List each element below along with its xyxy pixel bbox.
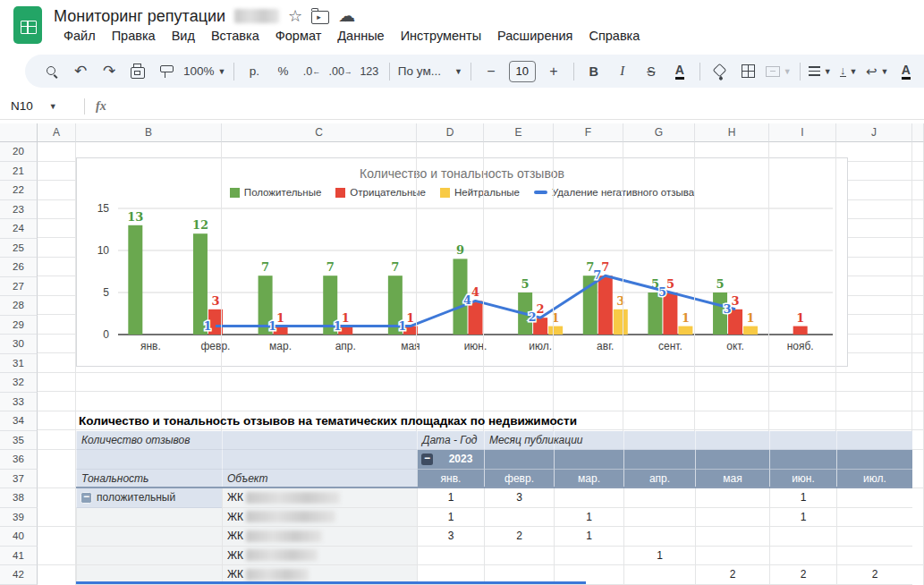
pivot-value-cell[interactable] xyxy=(554,547,623,566)
pivot-value-cell[interactable]: 2 xyxy=(695,565,769,585)
pivot-value-cell[interactable]: 1 xyxy=(769,488,836,508)
row-header-25[interactable]: 25 xyxy=(0,239,38,259)
row-header-29[interactable]: 29 xyxy=(0,316,38,335)
pivot-value-cell[interactable] xyxy=(695,488,769,508)
pivot-year-row-cell[interactable] xyxy=(554,450,623,470)
pivot-value-cell[interactable] xyxy=(695,508,769,528)
collapse-year-button[interactable]: − xyxy=(421,454,433,465)
row-header-41[interactable]: 41 xyxy=(0,547,38,566)
menu-view[interactable]: Вид xyxy=(164,27,203,45)
text-wrap-icon[interactable]: ↩▼ xyxy=(866,60,889,83)
column-header-B[interactable]: B xyxy=(76,123,222,142)
fill-color-icon[interactable] xyxy=(708,60,732,83)
document-title[interactable]: Мониторинг репутации xyxy=(54,7,225,26)
move-folder-icon[interactable]: ▸ xyxy=(311,11,329,24)
increase-font-size-button[interactable]: + xyxy=(542,60,565,83)
pivot-year-row-cell[interactable] xyxy=(695,450,769,470)
pivot-row-dimension-label[interactable]: Тональность xyxy=(76,470,222,489)
pivot-value-cell[interactable]: 2 xyxy=(769,565,836,585)
number-format-button[interactable]: 123 xyxy=(358,60,381,83)
decrease-font-size-button[interactable]: − xyxy=(479,60,503,83)
menu-file[interactable]: Файл xyxy=(55,27,104,45)
pivot-value-cell[interactable]: 1 xyxy=(769,508,836,528)
pivot-value-cell[interactable]: 1 xyxy=(417,488,484,508)
row-header-32[interactable]: 32 xyxy=(0,373,38,393)
pivot-value-cell[interactable] xyxy=(623,488,695,508)
column-header-partial[interactable] xyxy=(912,123,924,142)
star-icon[interactable]: ☆ xyxy=(288,8,302,24)
pivot-year-group[interactable]: −2023 xyxy=(417,450,484,470)
pivot-empty-cell[interactable] xyxy=(222,450,417,470)
text-rotation-icon[interactable]: A xyxy=(894,60,918,83)
menu-format[interactable]: Формат xyxy=(267,27,330,45)
legend-item-positive[interactable]: Положительные xyxy=(230,187,322,198)
pivot-value-cell[interactable] xyxy=(769,547,836,566)
spreadsheet-grid[interactable]: Количество и тональность отзывов Положит… xyxy=(0,123,924,585)
row-header-42[interactable]: 42 xyxy=(0,565,38,585)
pivot-empty-cell[interactable] xyxy=(769,431,836,451)
pivot-corner-label[interactable]: Количество отзывов xyxy=(76,431,222,451)
pivot-empty-cell[interactable] xyxy=(76,508,222,528)
pivot-value-cell[interactable] xyxy=(769,527,836,547)
pivot-tonality-group[interactable]: −положительный xyxy=(76,488,222,508)
zoom-select[interactable]: 100%▼ xyxy=(183,60,225,83)
row-header-38[interactable]: 38 xyxy=(0,488,38,508)
pivot-month-header-апр.[interactable]: апр. xyxy=(623,470,695,489)
row-header-30[interactable]: 30 xyxy=(0,335,38,354)
pivot-value-cell[interactable] xyxy=(554,488,623,508)
pivot-value-cell[interactable] xyxy=(695,547,769,566)
row-header-27[interactable]: 27 xyxy=(0,277,38,297)
column-header-I[interactable]: I xyxy=(769,123,836,142)
column-header-G[interactable]: G xyxy=(623,123,695,142)
pivot-value-cell[interactable] xyxy=(417,547,484,566)
text-color-button[interactable]: A xyxy=(668,60,691,83)
pivot-year-row-cell[interactable] xyxy=(836,450,912,470)
pivot-value-cell[interactable]: 2 xyxy=(836,565,912,585)
menu-help[interactable]: Справка xyxy=(581,27,648,45)
font-select[interactable]: По ум...▼ xyxy=(398,60,462,83)
pivot-date-year-label[interactable]: Дата - Год xyxy=(417,431,484,451)
print-icon[interactable] xyxy=(126,60,149,83)
pivot-empty-cell[interactable] xyxy=(222,431,417,451)
pivot-value-cell[interactable] xyxy=(836,508,912,528)
pivot-month-header-мая[interactable]: мая xyxy=(695,470,769,489)
pivot-value-cell[interactable] xyxy=(623,527,695,547)
row-header-26[interactable]: 26 xyxy=(0,258,38,277)
pivot-empty-cell[interactable] xyxy=(695,431,769,451)
pivot-value-cell[interactable]: 1 xyxy=(554,508,623,528)
pivot-empty-cell[interactable] xyxy=(76,450,222,470)
row-header-36[interactable]: 36 xyxy=(0,450,38,470)
row-header-22[interactable]: 22 xyxy=(0,181,38,200)
pivot-value-cell[interactable]: 1 xyxy=(623,547,695,566)
pivot-month-header-июл.[interactable]: июл. xyxy=(836,470,912,489)
menu-edit[interactable]: Правка xyxy=(104,27,164,45)
name-box[interactable]: N10▼ xyxy=(0,99,79,113)
row-header-35[interactable]: 35 xyxy=(0,431,38,451)
row-header-31[interactable]: 31 xyxy=(0,354,38,374)
pivot-object-cell[interactable]: ЖК xyxy=(222,488,417,508)
search-icon[interactable] xyxy=(40,60,64,83)
pivot-empty-cell[interactable] xyxy=(623,431,695,451)
pivot-value-cell[interactable] xyxy=(623,508,695,528)
row-header-40[interactable]: 40 xyxy=(0,527,38,547)
pivot-object-cell[interactable]: ЖК xyxy=(222,508,417,528)
pivot-empty-cell[interactable] xyxy=(76,547,222,566)
pivot-year-row-cell[interactable] xyxy=(623,450,695,470)
pivot-value-cell[interactable]: 1 xyxy=(417,508,484,528)
legend-item-negative[interactable]: Отрицательные xyxy=(335,187,426,198)
italic-button[interactable]: I xyxy=(611,60,634,83)
pivot-empty-cell[interactable] xyxy=(836,431,912,451)
row-header-24[interactable]: 24 xyxy=(0,219,38,239)
borders-icon[interactable] xyxy=(737,60,760,83)
pivot-col-dimension-label[interactable]: Объект xyxy=(222,470,417,489)
column-header-E[interactable]: E xyxy=(484,123,554,142)
pivot-value-cell[interactable] xyxy=(836,547,912,566)
pivot-year-row-cell[interactable] xyxy=(484,450,554,470)
sheets-logo-icon[interactable] xyxy=(13,6,42,44)
pivot-value-cell[interactable] xyxy=(695,527,769,547)
pivot-value-cell[interactable] xyxy=(484,547,554,566)
undo-icon[interactable]: ↶ xyxy=(69,60,92,83)
pivot-object-cell[interactable]: ЖК xyxy=(222,527,417,547)
row-header-34[interactable]: 34 xyxy=(0,411,38,431)
legend-item-neutral[interactable]: Нейтральные xyxy=(440,187,520,198)
